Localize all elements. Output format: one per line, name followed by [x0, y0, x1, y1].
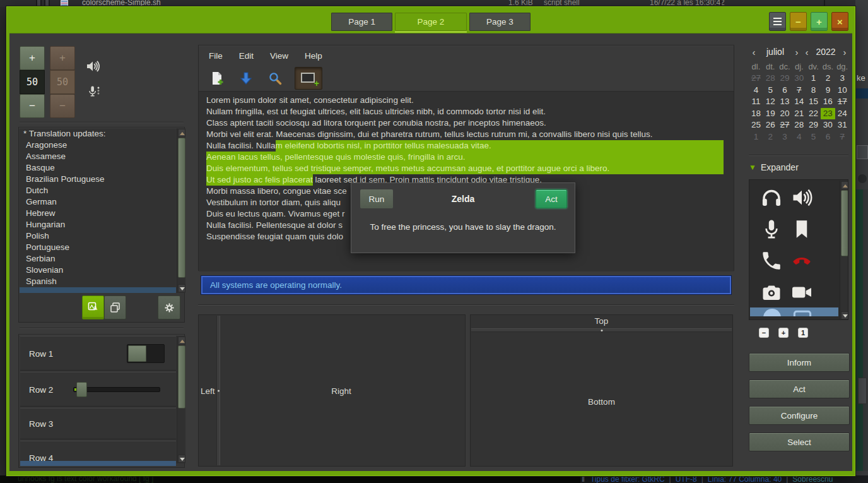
calendar-day[interactable]: 6 — [778, 85, 792, 97]
settings-button[interactable] — [158, 295, 180, 319]
calendar-day[interactable]: 24 — [835, 108, 850, 120]
mini-button-+[interactable]: + — [778, 328, 789, 338]
calendar-day[interactable]: 1 — [749, 131, 763, 143]
calendar-day[interactable]: 13 — [778, 96, 792, 108]
duplicate-button[interactable] — [104, 295, 126, 319]
calendar-day[interactable]: 28 — [792, 119, 806, 131]
list-row-2[interactable]: Row 2 — [20, 372, 176, 407]
menu-file[interactable]: File — [209, 51, 223, 61]
calendar-day[interactable]: 30 — [792, 73, 806, 85]
calendar-day[interactable]: 15 — [806, 96, 821, 108]
calendar-day[interactable]: 4 — [749, 85, 763, 97]
calendar-day[interactable]: 22 — [806, 108, 821, 120]
calendar-day[interactable]: 27 — [778, 119, 792, 131]
new-document-button[interactable] — [208, 69, 226, 88]
camera-icon[interactable] — [760, 281, 783, 304]
scroll-up-button[interactable] — [178, 129, 185, 137]
translation-item[interactable]: Spanish — [20, 276, 176, 287]
calendar-day[interactable]: 19 — [763, 108, 778, 120]
pane-splitter-vertical[interactable] — [216, 316, 220, 465]
spin-value[interactable]: 50 — [20, 70, 45, 94]
scrollbar-thumb[interactable] — [178, 345, 185, 408]
calendar-day[interactable]: 27 — [749, 73, 763, 85]
minimize-button[interactable]: − — [790, 12, 807, 31]
save-download-button[interactable] — [237, 69, 255, 88]
calendar-day[interactable]: 16 — [821, 96, 835, 108]
calendar-day[interactable]: 5 — [806, 131, 821, 143]
translation-item[interactable]: Hebrew — [20, 208, 176, 219]
calendar-day[interactable]: 28 — [763, 73, 778, 85]
translation-item[interactable]: Hungarian — [20, 219, 176, 230]
volume-icon[interactable] — [790, 186, 813, 209]
calendar-day[interactable]: 12 — [763, 96, 778, 108]
fullscreen-add-button[interactable]: + — [295, 67, 322, 90]
calendar-day[interactable]: 31 — [835, 119, 850, 131]
mini-button-−[interactable]: − — [759, 328, 769, 338]
calendar-day[interactable]: 18 — [749, 108, 763, 120]
calendar-day[interactable]: 3 — [778, 131, 792, 143]
menu-help[interactable]: Help — [305, 51, 322, 61]
translation-item-partial[interactable] — [20, 287, 176, 293]
close-button[interactable]: × — [831, 12, 848, 31]
calendar-day[interactable]: 26 — [763, 119, 778, 131]
translation-item[interactable]: Brazilian Portuguese — [20, 174, 176, 185]
person-icon-partial[interactable] — [761, 309, 783, 316]
calendar-day[interactable]: 2 — [763, 131, 778, 143]
mini-button-1[interactable]: 1 — [798, 328, 808, 338]
calendar-day[interactable]: 5 — [763, 85, 778, 97]
calendar-day[interactable]: 9 — [821, 85, 835, 97]
slider[interactable] — [73, 387, 160, 392]
calendar-day[interactable]: 11 — [749, 96, 763, 108]
select-button[interactable]: Select — [749, 432, 850, 451]
calendar-day-selected[interactable]: 23 — [821, 108, 835, 120]
tab-page-1[interactable]: Page 1 — [331, 13, 392, 31]
calendar-day[interactable]: 7 — [792, 85, 806, 97]
menu-view[interactable]: View — [270, 51, 288, 61]
calendar-day[interactable]: 1 — [806, 73, 821, 85]
find-button[interactable] — [266, 69, 284, 88]
calendar-day[interactable]: 14 — [792, 96, 806, 108]
scrollbar-thumb[interactable] — [841, 190, 848, 256]
translation-item[interactable]: Portuguese — [20, 242, 176, 253]
maximize-button[interactable]: + — [811, 12, 828, 31]
phone-icon[interactable] — [760, 249, 783, 272]
menu-edit[interactable]: Edit — [239, 51, 254, 61]
pane-splitter-horizontal[interactable] — [471, 328, 732, 332]
rows-scrollbar[interactable] — [177, 336, 185, 463]
toggle-knob[interactable] — [128, 345, 146, 362]
expander[interactable]: ▼ Expander — [749, 162, 799, 172]
tab-page-2[interactable]: Page 2 — [395, 13, 467, 31]
list-row-1[interactable]: Row 1 — [20, 336, 176, 371]
scroll-down-button[interactable] — [178, 455, 185, 463]
spin-increment-button[interactable]: + — [20, 46, 45, 70]
calendar-day[interactable]: 4 — [792, 131, 806, 143]
calendar-day[interactable]: 25 — [749, 119, 763, 131]
microphone-icon[interactable] — [760, 218, 783, 241]
next-month-button[interactable]: › — [792, 47, 802, 57]
headphones-icon[interactable] — [760, 186, 783, 209]
slider-handle[interactable] — [76, 382, 87, 397]
calendar-day[interactable]: 29 — [806, 119, 821, 131]
calendar-day[interactable]: 20 — [778, 108, 792, 120]
bookmark-icon[interactable] — [790, 218, 813, 241]
act-button[interactable]: Act — [749, 379, 850, 398]
prev-month-button[interactable]: ‹ — [749, 47, 759, 57]
scroll-down-button[interactable] — [841, 311, 848, 319]
calendar-day[interactable]: 8 — [806, 85, 821, 97]
calendar-day[interactable]: 7 — [835, 131, 850, 143]
calendar-day[interactable]: 2 — [821, 73, 835, 85]
translation-item[interactable]: Dutch — [20, 185, 176, 196]
scroll-down-button[interactable] — [178, 284, 185, 292]
spin-decrement-button[interactable]: − — [20, 94, 45, 118]
monitor-icon-partial[interactable] — [792, 309, 813, 316]
list-row-3[interactable]: Row 3 — [20, 408, 176, 439]
tab-page-3[interactable]: Page 3 — [469, 13, 531, 31]
titlebar[interactable]: Page 1Page 2Page 3 − + × — [9, 7, 852, 33]
act-button[interactable]: Act — [536, 189, 567, 208]
scrollbar-thumb[interactable] — [178, 138, 185, 278]
inform-button[interactable]: Inform — [749, 353, 850, 372]
translation-scrollbar[interactable] — [177, 128, 185, 293]
configure-button[interactable]: Configure — [749, 406, 850, 425]
translation-item[interactable]: Aragonese — [20, 140, 176, 151]
translation-item[interactable]: Slovenian — [20, 265, 176, 276]
